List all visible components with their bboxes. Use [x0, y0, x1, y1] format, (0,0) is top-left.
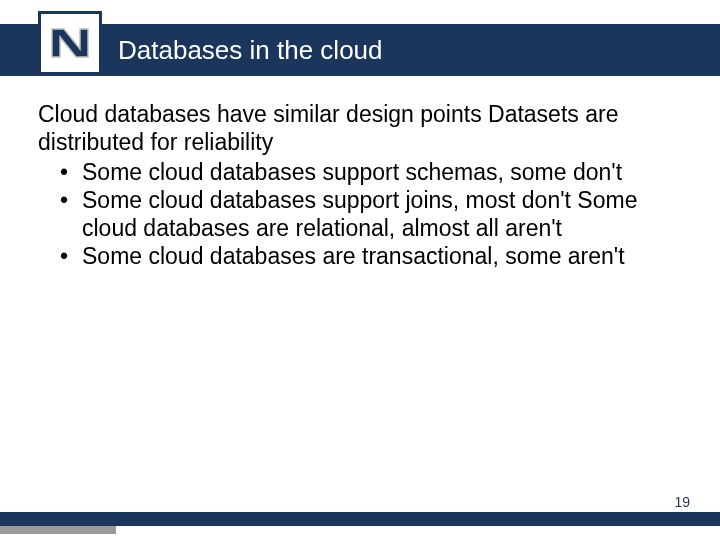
bullet-list: Some cloud databases support schemas, so…: [38, 158, 682, 270]
footer-accent: [0, 526, 116, 534]
page-number: 19: [674, 494, 690, 510]
list-item: Some cloud databases are transactional, …: [60, 242, 682, 270]
slide: Databases in the cloud Cloud databases h…: [0, 0, 720, 540]
lead-text: Cloud databases have similar design poin…: [38, 100, 682, 156]
university-logo: [38, 11, 102, 75]
list-item: Some cloud databases support joins, most…: [60, 186, 682, 242]
slide-title: Databases in the cloud: [118, 24, 383, 76]
slide-body: Cloud databases have similar design poin…: [38, 100, 682, 270]
n-logo-icon: [46, 19, 94, 67]
footer-bar: [0, 512, 720, 526]
list-item: Some cloud databases support schemas, so…: [60, 158, 682, 186]
